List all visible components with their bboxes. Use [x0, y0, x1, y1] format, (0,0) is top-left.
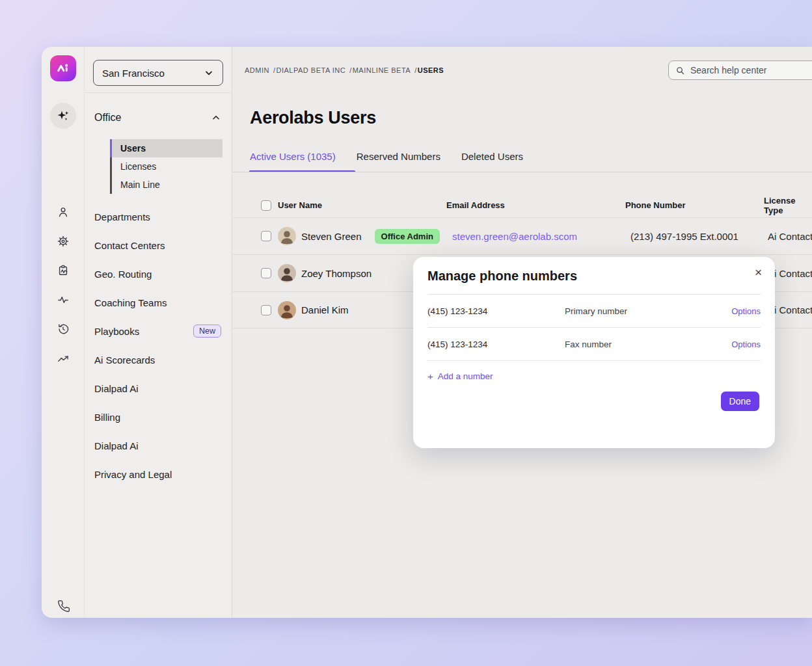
- sidebar-item-coaching-teams[interactable]: Coaching Teams: [85, 288, 232, 317]
- done-button[interactable]: Done: [721, 392, 759, 411]
- user-icon[interactable]: [57, 206, 70, 219]
- sidebar-section-office[interactable]: Office: [94, 107, 221, 129]
- sidebar-item-billing[interactable]: Billing: [85, 403, 232, 431]
- column-header-license[interactable]: License Type: [764, 196, 812, 215]
- sidebar: San Francisco Office Users Licenses Main…: [85, 47, 232, 618]
- playbooks-clipboard-icon[interactable]: [57, 264, 70, 277]
- avatar: [278, 227, 296, 245]
- add-number-link[interactable]: + Add a number: [427, 367, 493, 384]
- ai-sparkles-button[interactable]: [50, 103, 76, 129]
- office-admin-badge: Office Admin: [375, 229, 440, 244]
- avatar: [278, 264, 296, 282]
- sidebar-nav: Departments Contact Centers Geo. Routing…: [85, 202, 232, 488]
- activity-pulse-icon[interactable]: [57, 293, 70, 306]
- tabs: Active Users (1035) Reserved Numbers Del…: [250, 151, 544, 172]
- phone-number-row: (415) 123-1234 Fax number Options: [427, 328, 761, 361]
- sidebar-item-playbooks[interactable]: Playbooks New: [85, 317, 232, 345]
- breadcrumb-segment-current: USERS: [418, 66, 444, 74]
- sidebar-item-label: Main Line: [120, 180, 160, 190]
- phone-number-list: (415) 123-1234 Primary number Options (4…: [427, 295, 761, 361]
- user-email-link[interactable]: steven.green@aerolab.scom: [446, 231, 625, 242]
- sidebar-item-dialpad-ai[interactable]: Dialpad Ai: [85, 374, 232, 403]
- options-link[interactable]: Options: [731, 306, 761, 316]
- sidebar-item-label: Contact Centers: [94, 240, 165, 251]
- sidebar-item-label: Privacy and Legal: [94, 469, 172, 480]
- sparkles-icon: [56, 109, 70, 123]
- user-license: Ai Contact: [764, 231, 812, 242]
- sidebar-item-label: Users: [120, 143, 146, 153]
- sidebar-item-licenses[interactable]: Licenses: [112, 157, 223, 176]
- tabs-divider: [233, 172, 812, 172]
- phone-number-type: Fax number: [565, 340, 731, 349]
- sidebar-item-label: Departments: [94, 211, 150, 222]
- settings-gear-icon[interactable]: [57, 235, 70, 248]
- breadcrumb-segment[interactable]: ADMIN: [245, 66, 269, 74]
- tab-active-users[interactable]: Active Users (1035): [250, 151, 336, 172]
- breadcrumb-separator: /: [414, 66, 417, 74]
- history-icon[interactable]: [57, 323, 70, 336]
- user-name: Zoey Thompson: [301, 268, 372, 279]
- app-window: San Francisco Office Users Licenses Main…: [42, 47, 812, 618]
- sidebar-item-main-line[interactable]: Main Line: [112, 176, 223, 194]
- rail-nav: [42, 206, 85, 365]
- user-phone: (213) 497-1995 Ext.0001: [625, 231, 764, 242]
- office-section-label: Office: [94, 112, 122, 124]
- add-number-label: Add a number: [438, 371, 493, 381]
- user-name: Steven Green: [301, 231, 362, 242]
- sidebar-item-contact-centers[interactable]: Contact Centers: [85, 231, 232, 260]
- select-all-checkbox[interactable]: [261, 200, 271, 211]
- close-icon[interactable]: ×: [755, 266, 762, 278]
- sidebar-item-label: Ai Scorecards: [94, 354, 155, 366]
- breadcrumb-separator: /: [273, 66, 276, 74]
- trending-up-icon[interactable]: [57, 352, 70, 365]
- column-header-email[interactable]: Email Address: [446, 200, 625, 210]
- sidebar-divider: [85, 92, 232, 93]
- phone-number-type: Primary number: [565, 306, 731, 316]
- sidebar-item-label: Dialpad Ai: [94, 383, 139, 394]
- avatar: [278, 301, 296, 319]
- table-header: User Name Email Address Phone Number Lic…: [233, 193, 812, 217]
- phone-icon[interactable]: [57, 600, 70, 613]
- page-title: Aerolabs Users: [250, 108, 376, 128]
- breadcrumb-segment[interactable]: MAINLINE BETA: [353, 66, 411, 74]
- column-header-phone[interactable]: Phone Number: [625, 200, 764, 210]
- sidebar-item-privacy-legal[interactable]: Privacy and Legal: [85, 460, 232, 488]
- row-checkbox[interactable]: [261, 268, 271, 278]
- breadcrumb-separator: /: [349, 66, 352, 74]
- phone-number-value: (415) 123-1234: [427, 306, 565, 316]
- row-checkbox[interactable]: [261, 305, 271, 315]
- sidebar-item-users[interactable]: Users: [112, 139, 223, 157]
- phone-number-row: (415) 123-1234 Primary number Options: [427, 295, 761, 328]
- chevron-up-icon: [211, 113, 221, 123]
- location-selector-value: San Francisco: [102, 68, 165, 79]
- location-selector[interactable]: San Francisco: [93, 60, 223, 86]
- tab-deleted-users[interactable]: Deleted Users: [461, 151, 523, 172]
- breadcrumb-segment[interactable]: DIALPAD BETA INC: [277, 66, 346, 74]
- options-link[interactable]: Options: [731, 340, 761, 349]
- chevron-down-icon: [204, 68, 214, 78]
- sidebar-item-label: Coaching Teams: [94, 297, 167, 308]
- search-icon: [675, 66, 685, 75]
- user-name: Daniel Kim: [301, 304, 349, 315]
- sidebar-item-ai-scorecards[interactable]: Ai Scorecards: [85, 345, 232, 374]
- icon-rail: [42, 47, 85, 618]
- row-checkbox[interactable]: [261, 231, 271, 241]
- sidebar-item-label: Billing: [94, 412, 120, 423]
- sidebar-item-dialpad-ai-2[interactable]: Dialpad Ai: [85, 431, 232, 460]
- manage-phone-numbers-modal: Manage phone numbers × (415) 123-1234 Pr…: [413, 257, 775, 448]
- search-input[interactable]: [690, 65, 807, 75]
- sidebar-item-label: Geo. Routing: [94, 269, 152, 280]
- sidebar-item-geo-routing[interactable]: Geo. Routing: [85, 260, 232, 288]
- phone-number-value: (415) 123-1234: [427, 340, 565, 349]
- table-row[interactable]: Steven Green Office Admin steven.green@a…: [233, 217, 812, 254]
- sidebar-item-label: Dialpad Ai: [94, 440, 139, 451]
- plus-icon: +: [427, 371, 433, 382]
- sidebar-item-label: Licenses: [120, 161, 156, 172]
- new-badge: New: [193, 325, 221, 338]
- help-search[interactable]: [668, 60, 812, 80]
- office-subnav: Users Licenses Main Line: [110, 139, 223, 194]
- sidebar-item-departments[interactable]: Departments: [85, 202, 232, 231]
- column-header-user-name[interactable]: User Name: [278, 200, 446, 210]
- sidebar-item-label: Playbooks: [94, 326, 139, 337]
- tab-reserved-numbers[interactable]: Reserved Numbers: [357, 151, 440, 172]
